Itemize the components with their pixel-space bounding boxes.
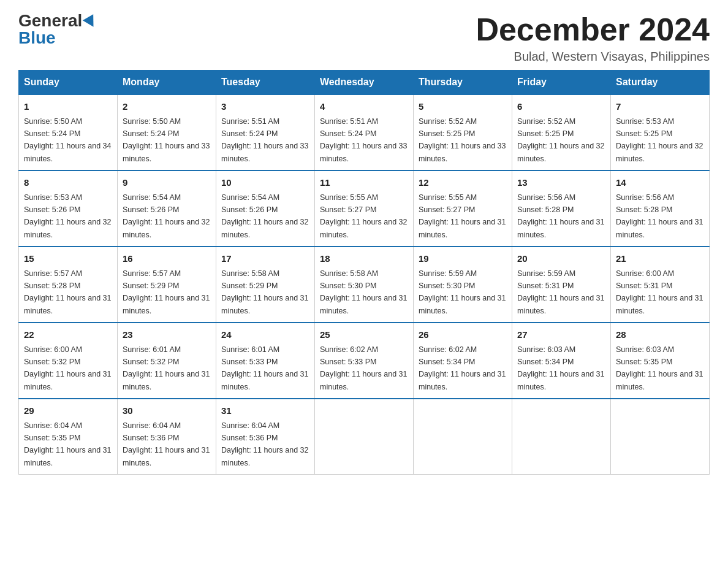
day-number: 9 [123,176,211,190]
calendar-day-cell: 19 Sunrise: 5:59 AMSunset: 5:30 PMDaylig… [414,247,512,323]
calendar-day-cell: 3 Sunrise: 5:51 AMSunset: 5:24 PMDayligh… [216,94,315,170]
day-info: Sunrise: 6:04 AMSunset: 5:36 PMDaylight:… [123,421,210,467]
calendar-day-cell: 18 Sunrise: 5:58 AMSunset: 5:30 PMDaylig… [315,247,414,323]
day-number: 26 [419,328,507,342]
day-number: 10 [221,176,309,190]
calendar-week-row: 1 Sunrise: 5:50 AMSunset: 5:24 PMDayligh… [19,94,710,170]
calendar-day-cell: 20 Sunrise: 5:59 AMSunset: 5:31 PMDaylig… [512,247,611,323]
calendar-day-cell: 11 Sunrise: 5:55 AMSunset: 5:27 PMDaylig… [315,170,414,247]
day-info: Sunrise: 6:03 AMSunset: 5:35 PMDaylight:… [616,345,703,391]
calendar-week-row: 15 Sunrise: 5:57 AMSunset: 5:28 PMDaylig… [19,247,710,323]
calendar-day-cell: 31 Sunrise: 6:04 AMSunset: 5:36 PMDaylig… [216,399,315,475]
day-info: Sunrise: 6:04 AMSunset: 5:35 PMDaylight:… [24,421,111,467]
calendar-day-cell: 16 Sunrise: 5:57 AMSunset: 5:29 PMDaylig… [118,247,216,323]
day-number: 22 [24,328,112,342]
day-number: 24 [221,328,309,342]
day-info: Sunrise: 6:02 AMSunset: 5:34 PMDaylight:… [419,345,506,391]
calendar-week-row: 22 Sunrise: 6:00 AMSunset: 5:32 PMDaylig… [19,323,710,399]
day-info: Sunrise: 5:53 AMSunset: 5:25 PMDaylight:… [616,117,703,163]
day-number: 20 [517,252,605,266]
logo-blue-text: Blue [18,29,56,47]
day-number: 19 [419,252,507,266]
day-number: 14 [616,176,704,190]
day-info: Sunrise: 5:59 AMSunset: 5:31 PMDaylight:… [517,269,604,315]
location-text: Bulad, Western Visayas, Philippines [476,50,710,64]
calendar-day-cell: 30 Sunrise: 6:04 AMSunset: 5:36 PMDaylig… [118,399,216,475]
day-number: 13 [517,176,605,190]
day-number: 16 [123,252,211,266]
day-number: 31 [221,404,309,418]
day-info: Sunrise: 5:58 AMSunset: 5:29 PMDaylight:… [221,269,308,315]
weekday-header-friday: Friday [512,71,611,95]
weekday-header-thursday: Thursday [414,71,512,95]
day-info: Sunrise: 6:00 AMSunset: 5:31 PMDaylight:… [616,269,703,315]
day-info: Sunrise: 5:53 AMSunset: 5:26 PMDaylight:… [24,193,111,239]
day-number: 11 [320,176,408,190]
day-info: Sunrise: 5:54 AMSunset: 5:26 PMDaylight:… [221,193,308,239]
calendar-day-cell: 25 Sunrise: 6:02 AMSunset: 5:33 PMDaylig… [315,323,414,399]
day-number: 3 [221,100,309,114]
calendar-day-cell: 8 Sunrise: 5:53 AMSunset: 5:26 PMDayligh… [19,170,118,247]
weekday-header-wednesday: Wednesday [315,71,414,95]
day-number: 12 [419,176,507,190]
calendar-day-cell: 28 Sunrise: 6:03 AMSunset: 5:35 PMDaylig… [611,323,710,399]
weekday-header-monday: Monday [118,71,216,95]
day-info: Sunrise: 6:01 AMSunset: 5:32 PMDaylight:… [123,345,210,391]
calendar-day-cell: 14 Sunrise: 5:56 AMSunset: 5:28 PMDaylig… [611,170,710,247]
day-info: Sunrise: 5:56 AMSunset: 5:28 PMDaylight:… [616,193,703,239]
day-info: Sunrise: 5:51 AMSunset: 5:24 PMDaylight:… [221,117,308,163]
day-number: 8 [24,176,112,190]
calendar-day-cell: 26 Sunrise: 6:02 AMSunset: 5:34 PMDaylig… [414,323,512,399]
calendar-day-cell: 23 Sunrise: 6:01 AMSunset: 5:32 PMDaylig… [118,323,216,399]
calendar-day-cell: 13 Sunrise: 5:56 AMSunset: 5:28 PMDaylig… [512,170,611,247]
calendar-day-cell: 27 Sunrise: 6:03 AMSunset: 5:34 PMDaylig… [512,323,611,399]
day-info: Sunrise: 5:55 AMSunset: 5:27 PMDaylight:… [419,193,506,239]
calendar-table: SundayMondayTuesdayWednesdayThursdayFrid… [18,70,710,475]
weekday-header-saturday: Saturday [611,71,710,95]
calendar-day-cell: 5 Sunrise: 5:52 AMSunset: 5:25 PMDayligh… [414,94,512,170]
day-number: 15 [24,252,112,266]
day-info: Sunrise: 6:00 AMSunset: 5:32 PMDaylight:… [24,345,111,391]
day-info: Sunrise: 5:57 AMSunset: 5:29 PMDaylight:… [123,269,210,315]
day-info: Sunrise: 5:57 AMSunset: 5:28 PMDaylight:… [24,269,111,315]
day-number: 28 [616,328,704,342]
day-number: 29 [24,404,112,418]
day-info: Sunrise: 5:58 AMSunset: 5:30 PMDaylight:… [320,269,407,315]
calendar-day-cell: 15 Sunrise: 5:57 AMSunset: 5:28 PMDaylig… [19,247,118,323]
calendar-day-cell: 24 Sunrise: 6:01 AMSunset: 5:33 PMDaylig… [216,323,315,399]
calendar-day-cell: 10 Sunrise: 5:54 AMSunset: 5:26 PMDaylig… [216,170,315,247]
day-info: Sunrise: 5:54 AMSunset: 5:26 PMDaylight:… [123,193,210,239]
calendar-day-cell: 29 Sunrise: 6:04 AMSunset: 5:35 PMDaylig… [19,399,118,475]
calendar-day-cell: 17 Sunrise: 5:58 AMSunset: 5:29 PMDaylig… [216,247,315,323]
weekday-header-sunday: Sunday [19,71,118,95]
day-info: Sunrise: 6:02 AMSunset: 5:33 PMDaylight:… [320,345,407,391]
day-number: 7 [616,100,704,114]
calendar-week-row: 8 Sunrise: 5:53 AMSunset: 5:26 PMDayligh… [19,170,710,247]
calendar-week-row: 29 Sunrise: 6:04 AMSunset: 5:35 PMDaylig… [19,399,710,475]
day-info: Sunrise: 5:52 AMSunset: 5:25 PMDaylight:… [517,117,604,163]
calendar-day-cell [611,399,710,475]
calendar-day-cell: 21 Sunrise: 6:00 AMSunset: 5:31 PMDaylig… [611,247,710,323]
day-number: 18 [320,252,408,266]
day-info: Sunrise: 6:03 AMSunset: 5:34 PMDaylight:… [517,345,604,391]
day-number: 30 [123,404,211,418]
calendar-day-cell: 6 Sunrise: 5:52 AMSunset: 5:25 PMDayligh… [512,94,611,170]
day-info: Sunrise: 6:04 AMSunset: 5:36 PMDaylight:… [221,421,308,467]
calendar-day-cell: 7 Sunrise: 5:53 AMSunset: 5:25 PMDayligh… [611,94,710,170]
title-block: December 2024 Bulad, Western Visayas, Ph… [476,12,710,64]
day-number: 25 [320,328,408,342]
weekday-header-row: SundayMondayTuesdayWednesdayThursdayFrid… [19,71,710,95]
day-number: 6 [517,100,605,114]
day-info: Sunrise: 5:50 AMSunset: 5:24 PMDaylight:… [123,117,210,163]
day-number: 23 [123,328,211,342]
day-info: Sunrise: 5:51 AMSunset: 5:24 PMDaylight:… [320,117,407,163]
day-info: Sunrise: 5:52 AMSunset: 5:25 PMDaylight:… [419,117,506,163]
day-info: Sunrise: 5:50 AMSunset: 5:24 PMDaylight:… [24,117,111,163]
calendar-day-cell [414,399,512,475]
day-number: 2 [123,100,211,114]
day-number: 21 [616,252,704,266]
calendar-day-cell: 2 Sunrise: 5:50 AMSunset: 5:24 PMDayligh… [118,94,216,170]
day-info: Sunrise: 5:59 AMSunset: 5:30 PMDaylight:… [419,269,506,315]
calendar-day-cell: 22 Sunrise: 6:00 AMSunset: 5:32 PMDaylig… [19,323,118,399]
day-number: 27 [517,328,605,342]
